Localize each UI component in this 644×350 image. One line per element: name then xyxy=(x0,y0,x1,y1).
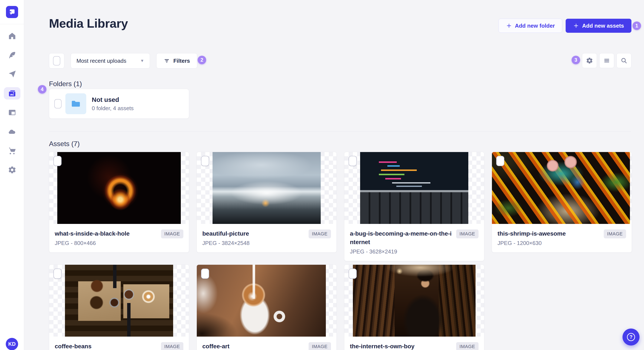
header-actions: Add new folder Add new assets xyxy=(498,19,632,33)
asset-type-badge: IMAGE xyxy=(308,342,331,350)
asset-card-coffee-beans[interactable]: coffee-beans JPEG - 5021×3347 IMAGE xyxy=(49,265,189,350)
asset-card-shrimp[interactable]: this-shrimp-is-awesome JPEG - 1200×630 I… xyxy=(492,152,632,253)
sidebar-divider xyxy=(0,24,24,24)
asset-thumbnail[interactable] xyxy=(492,152,632,224)
asset-name: beautiful-picture xyxy=(202,229,305,238)
asset-checkbox[interactable] xyxy=(348,269,357,279)
asset-checkbox[interactable] xyxy=(348,156,357,166)
home-icon xyxy=(8,32,16,40)
asset-thumbnail[interactable] xyxy=(197,152,336,224)
asset-meta: JPEG - 1200×630 xyxy=(498,240,600,246)
folder-checkbox[interactable] xyxy=(54,99,62,108)
toolbar: Most recent uploads ▼ Filters xyxy=(49,53,632,68)
folder-card-not-used[interactable]: Not used 0 folder, 4 assets xyxy=(49,89,189,119)
add-new-assets-label: Add new assets xyxy=(582,22,624,29)
sidebar-item-datasources[interactable] xyxy=(4,126,20,138)
add-new-folder-label: Add new folder xyxy=(515,22,555,29)
folder-icon xyxy=(71,99,81,109)
asset-info: coffee-art JPEG - 5824×3259 IMAGE xyxy=(197,337,336,350)
asset-card-coffee-art[interactable]: coffee-art JPEG - 5824×3259 IMAGE xyxy=(196,265,337,350)
question-mark-icon: ? xyxy=(627,333,635,341)
display-settings-button[interactable] xyxy=(582,53,597,68)
asset-image-laptop-code xyxy=(360,152,468,224)
gear-icon xyxy=(586,57,593,64)
assets-grid: what-s-inside-a-black-hole JPEG - 800×46… xyxy=(49,152,632,350)
asset-card-internet-boy[interactable]: the-internet-s-own-boy JPEG - 1200×707 I… xyxy=(344,265,484,350)
page-title: Media Library xyxy=(49,16,128,30)
app-logo[interactable] xyxy=(6,6,18,18)
sidebar-item-media-library[interactable] xyxy=(4,87,20,100)
feather-icon xyxy=(8,51,16,59)
user-avatar[interactable]: KD xyxy=(6,338,18,350)
paper-plane-icon xyxy=(8,70,16,78)
gear-icon xyxy=(8,166,16,174)
cloud-icon xyxy=(8,127,16,136)
asset-thumbnail[interactable] xyxy=(49,265,189,337)
asset-checkbox[interactable] xyxy=(201,269,209,279)
annotation-badge-1: 1 xyxy=(632,21,641,30)
asset-name: a-bug-is-becoming-a-meme-on-the-internet xyxy=(350,229,453,246)
asset-meta: JPEG - 3628×2419 xyxy=(350,248,453,255)
asset-type-badge: IMAGE xyxy=(456,229,478,238)
asset-type-badge: IMAGE xyxy=(308,229,331,238)
filters-button[interactable]: Filters xyxy=(156,53,197,68)
folder-tile xyxy=(66,93,86,114)
asset-image-mountains xyxy=(212,152,321,224)
asset-image-shrimp xyxy=(492,152,630,224)
asset-info: what-s-inside-a-black-hole JPEG - 800×46… xyxy=(49,224,189,252)
asset-card-black-hole[interactable]: what-s-inside-a-black-hole JPEG - 800×46… xyxy=(49,152,189,253)
asset-checkbox[interactable] xyxy=(54,269,62,279)
sort-dropdown[interactable]: Most recent uploads ▼ xyxy=(71,53,150,68)
help-button[interactable]: ? xyxy=(622,329,640,346)
filter-icon xyxy=(164,58,170,64)
plus-icon xyxy=(506,23,512,29)
layout-icon xyxy=(8,108,16,117)
asset-name: this-shrimp-is-awesome xyxy=(498,229,600,238)
asset-type-badge: IMAGE xyxy=(161,342,183,350)
asset-thumbnail[interactable] xyxy=(49,152,189,224)
asset-card-bug-meme[interactable]: a-bug-is-becoming-a-meme-on-the-internet… xyxy=(344,152,484,261)
search-icon xyxy=(620,57,628,64)
asset-checkbox[interactable] xyxy=(496,156,504,166)
asset-thumbnail[interactable] xyxy=(197,265,336,337)
asset-image-library-portrait xyxy=(353,265,476,337)
sort-dropdown-value: Most recent uploads xyxy=(76,58,137,64)
list-icon xyxy=(603,57,610,64)
sidebar-nav xyxy=(0,30,24,183)
add-new-assets-button[interactable]: Add new assets xyxy=(566,19,632,33)
view-controls xyxy=(582,53,632,68)
folder-info: Not used 0 folder, 4 assets xyxy=(92,96,134,112)
asset-checkbox[interactable] xyxy=(201,156,209,166)
sidebar: KD xyxy=(0,0,24,350)
folders-heading: Folders (1) xyxy=(49,80,82,88)
assets-row-2: coffee-beans JPEG - 5021×3347 IMAGE coff… xyxy=(49,265,632,350)
sidebar-item-blocks[interactable] xyxy=(4,106,20,119)
select-all-checkbox[interactable] xyxy=(49,53,64,68)
assets-heading: Assets (7) xyxy=(49,140,80,148)
sidebar-item-settings[interactable] xyxy=(4,164,20,176)
asset-info: this-shrimp-is-awesome JPEG - 1200×630 I… xyxy=(492,224,632,252)
list-view-button[interactable] xyxy=(599,53,614,68)
asset-checkbox[interactable] xyxy=(54,156,62,166)
sidebar-item-home[interactable] xyxy=(4,30,20,42)
search-button[interactable] xyxy=(616,53,632,68)
sidebar-item-publish[interactable] xyxy=(4,68,20,80)
asset-info: beautiful-picture JPEG - 3824×2548 IMAGE xyxy=(197,224,336,252)
asset-info: the-internet-s-own-boy JPEG - 1200×707 I… xyxy=(344,337,484,350)
asset-thumbnail[interactable] xyxy=(344,152,484,224)
asset-type-badge: IMAGE xyxy=(604,229,626,238)
asset-name: coffee-beans xyxy=(55,342,158,350)
asset-meta: JPEG - 3824×2548 xyxy=(202,240,305,246)
annotation-badge-3: 3 xyxy=(572,56,580,64)
annotation-badge-4: 4 xyxy=(38,85,46,94)
plus-icon xyxy=(573,23,579,29)
asset-info: coffee-beans JPEG - 5021×3347 IMAGE xyxy=(49,337,189,350)
asset-meta: JPEG - 800×466 xyxy=(55,240,158,246)
add-new-folder-button[interactable]: Add new folder xyxy=(498,19,562,33)
sidebar-item-content[interactable] xyxy=(4,49,20,61)
cart-icon xyxy=(8,147,16,155)
asset-thumbnail[interactable] xyxy=(344,265,484,337)
sidebar-item-commerce[interactable] xyxy=(4,145,20,157)
asset-card-beautiful-picture[interactable]: beautiful-picture JPEG - 3824×2548 IMAGE xyxy=(196,152,337,253)
checkbox xyxy=(53,56,60,65)
